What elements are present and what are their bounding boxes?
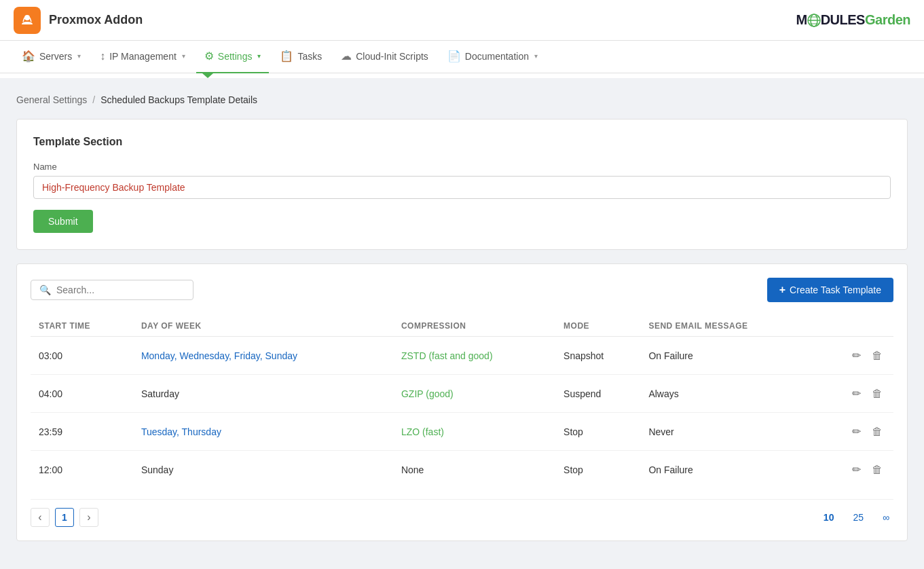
name-label: Name — [33, 162, 891, 172]
header-left: Proxmox Addon — [14, 7, 143, 34]
edit-button[interactable]: ✏ — [849, 460, 864, 479]
cell-actions: ✏ 🗑 — [815, 413, 893, 451]
app-logo — [14, 7, 41, 34]
chevron-down-icon: ▾ — [257, 52, 261, 60]
header-right: M DULES Garden — [796, 12, 911, 28]
header: Proxmox Addon M DULES Garden — [0, 0, 924, 41]
chevron-down-icon: ▾ — [77, 52, 81, 60]
nav-settings[interactable]: ⚙ Settings ▾ — [196, 41, 270, 73]
page-size-10[interactable]: 10 — [819, 509, 838, 526]
cell-compression: None — [393, 451, 555, 489]
edit-button[interactable]: ✏ — [849, 422, 864, 441]
main-nav: 🏠 Servers ▾ ↕ IP Management ▾ ⚙ Settings… — [0, 41, 924, 73]
table-body: 03:00 Monday, Wednesday, Friday, Sunday … — [31, 337, 893, 489]
col-start-time: START TIME — [31, 316, 133, 337]
app-title: Proxmox Addon — [49, 13, 143, 27]
col-actions — [815, 316, 893, 337]
cell-day-of-week: Monday, Wednesday, Friday, Sunday — [133, 337, 393, 375]
cell-compression: ZSTD (fast and good) — [393, 337, 555, 375]
cell-send-email: On Failure — [640, 337, 814, 375]
doc-icon: 📄 — [447, 50, 461, 62]
page-content: General Settings / Scheduled Backups Tem… — [0, 78, 924, 557]
table-row: 04:00 Saturday GZIP (good) Suspend Alway… — [31, 375, 893, 413]
cell-start-time: 12:00 — [31, 451, 133, 489]
nav-documentation[interactable]: 📄 Documentation ▾ — [439, 41, 546, 73]
page-size-all[interactable]: ∞ — [879, 509, 893, 526]
breadcrumb: General Settings / Scheduled Backups Tem… — [16, 94, 908, 105]
chevron-down-icon: ▾ — [182, 52, 185, 60]
delete-button[interactable]: 🗑 — [869, 461, 885, 479]
cell-mode: Stop — [555, 451, 640, 489]
section-title: Template Section — [33, 136, 891, 148]
page-size-25[interactable]: 25 — [849, 509, 868, 526]
delete-button[interactable]: 🗑 — [869, 385, 885, 403]
pagination: ‹ 1 › 10 25 ∞ — [31, 499, 893, 527]
cell-start-time: 23:59 — [31, 413, 133, 451]
current-page: 1 — [55, 508, 74, 527]
cell-mode: Suspend — [555, 375, 640, 413]
col-send-email: SEND EMAIL MESSAGE — [640, 316, 814, 337]
col-mode: MODE — [555, 316, 640, 337]
cell-send-email: Always — [640, 375, 814, 413]
breadcrumb-current: Scheduled Backups Template Details — [100, 94, 257, 105]
create-task-template-button[interactable]: + Create Task Template — [767, 278, 893, 302]
cell-send-email: On Failure — [640, 451, 814, 489]
cell-start-time: 04:00 — [31, 375, 133, 413]
nav-ip-management[interactable]: ↕ IP Management ▾ — [92, 41, 193, 73]
cell-actions: ✏ 🗑 — [815, 337, 893, 375]
cell-compression: LZO (fast) — [393, 413, 555, 451]
cell-mode: Stop — [555, 413, 640, 451]
edit-button[interactable]: ✏ — [849, 384, 864, 403]
template-section-card: Template Section Name Submit — [16, 119, 908, 250]
cell-mode: Snapshot — [555, 337, 640, 375]
svg-point-0 — [24, 15, 30, 20]
edit-button[interactable]: ✏ — [849, 346, 864, 365]
page-nav: ‹ 1 › — [31, 508, 98, 527]
globe-icon — [807, 14, 821, 27]
cell-day-of-week: Tuesday, Thursday — [133, 413, 393, 451]
table-row: 12:00 Sunday None Stop On Failure ✏ 🗑 — [31, 451, 893, 489]
tasks-icon: 📋 — [280, 50, 293, 62]
table-toolbar: 🔍 + Create Task Template — [31, 278, 893, 302]
table-header: START TIME DAY OF WEEK COMPRESSION MODE … — [31, 316, 893, 337]
search-input[interactable] — [56, 284, 185, 295]
cloud-icon: ☁ — [341, 50, 352, 62]
cell-actions: ✏ 🗑 — [815, 451, 893, 489]
cell-actions: ✏ 🗑 — [815, 375, 893, 413]
col-compression: COMPRESSION — [393, 316, 555, 337]
delete-button[interactable]: 🗑 — [869, 423, 885, 441]
page-sizes: 10 25 ∞ — [819, 509, 893, 526]
name-form-group: Name — [33, 162, 891, 199]
cell-day-of-week: Saturday — [133, 375, 393, 413]
arrows-icon: ↕ — [100, 50, 105, 62]
nav-servers[interactable]: 🏠 Servers ▾ — [14, 41, 89, 73]
submit-button[interactable]: Submit — [33, 210, 93, 233]
cell-send-email: Never — [640, 413, 814, 451]
plus-icon: + — [779, 284, 786, 296]
search-icon: 🔍 — [39, 284, 51, 295]
name-input[interactable] — [33, 176, 891, 199]
search-box: 🔍 — [31, 280, 193, 300]
nav-tasks[interactable]: 📋 Tasks — [272, 41, 330, 73]
modules-garden-logo: M DULES Garden — [796, 12, 911, 28]
next-page-button[interactable]: › — [79, 508, 98, 527]
home-icon: 🏠 — [22, 50, 35, 62]
task-table-card: 🔍 + Create Task Template START TIME DAY … — [16, 263, 908, 541]
task-table: START TIME DAY OF WEEK COMPRESSION MODE … — [31, 316, 893, 488]
cell-compression: GZIP (good) — [393, 375, 555, 413]
cell-start-time: 03:00 — [31, 337, 133, 375]
cell-day-of-week: Sunday — [133, 451, 393, 489]
breadcrumb-parent: General Settings — [16, 94, 87, 105]
nav-cloud-init[interactable]: ☁ Cloud-Init Scripts — [333, 41, 437, 73]
chevron-down-icon: ▾ — [534, 52, 538, 60]
delete-button[interactable]: 🗑 — [869, 347, 885, 365]
prev-page-button[interactable]: ‹ — [31, 508, 50, 527]
settings-icon: ⚙ — [204, 50, 214, 62]
breadcrumb-separator: / — [92, 94, 95, 105]
table-row: 03:00 Monday, Wednesday, Friday, Sunday … — [31, 337, 893, 375]
col-day-of-week: DAY OF WEEK — [133, 316, 393, 337]
table-row: 23:59 Tuesday, Thursday LZO (fast) Stop … — [31, 413, 893, 451]
